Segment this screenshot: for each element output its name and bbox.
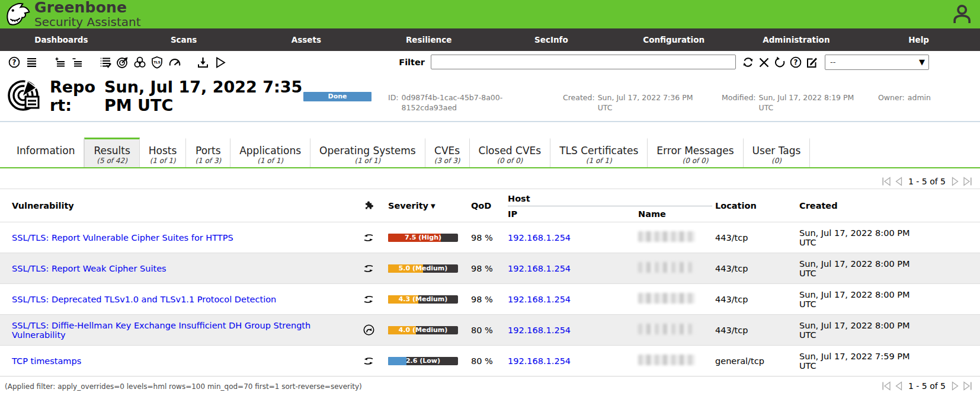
table-row: SSL/TLS: Diffie-Hellman Key Exchange Ins… — [0, 314, 980, 345]
next-page-icon[interactable] — [950, 381, 960, 391]
tab-applications[interactable]: Applications (1 of 1) — [230, 138, 310, 167]
host-name-redacted — [638, 262, 695, 273]
solution-type-puzzle-icon[interactable] — [363, 200, 388, 212]
brand-name: Greenbone — [34, 0, 141, 15]
nav-item-secinfo[interactable]: SecInfo — [490, 35, 613, 44]
update-filter-icon[interactable] — [741, 55, 755, 69]
column-header-created[interactable]: Created — [799, 201, 924, 210]
tab-hosts[interactable]: Hosts (1 of 1) — [140, 138, 187, 167]
solution-type-mitigate-icon — [363, 263, 374, 275]
report-modified-label: Modified: — [722, 93, 756, 113]
qod-value: 98 % — [471, 264, 508, 273]
table-row: SSL/TLS: Report Vulnerable Cipher Suites… — [0, 222, 980, 253]
user-menu-icon[interactable] — [949, 2, 973, 26]
report-icon — [7, 78, 44, 114]
host-ip-link[interactable]: 192.168.1.254 — [508, 326, 571, 335]
download-report-icon[interactable] — [196, 55, 210, 69]
chevron-down-icon: ▼ — [919, 58, 925, 66]
table-row: TCP timestamps 2.6 (Low) 80 % 192.168.1.… — [0, 345, 980, 376]
trigger-alert-icon[interactable] — [213, 55, 227, 69]
corresponding-results-icon[interactable] — [116, 55, 130, 69]
vulnerability-link[interactable]: SSL/TLS: Diffie-Hellman Key Exchange Ins… — [12, 321, 310, 340]
remove-from-assets-icon[interactable] — [70, 55, 84, 69]
host-ip-link[interactable]: 192.168.1.254 — [508, 233, 571, 242]
nav-item-help[interactable]: Help — [857, 35, 980, 44]
host-ip-link[interactable]: 192.168.1.254 — [508, 264, 571, 273]
vulnerability-link[interactable]: SSL/TLS: Report Vulnerable Cipher Suites… — [12, 233, 233, 242]
tab-closed-cves[interactable]: Closed CVEs (0 of 0) — [470, 138, 551, 167]
nav-item-assets[interactable]: Assets — [245, 35, 368, 44]
created-value: Sun, Jul 17, 2022 8:00 PM UTC — [799, 259, 924, 278]
created-value: Sun, Jul 17, 2022 7:59 PM UTC — [799, 352, 924, 371]
corresponding-tls-certificates-icon[interactable]: TLS — [150, 55, 164, 69]
filter-input[interactable] — [431, 55, 736, 69]
severity-bar: 5.0 (Medium) — [388, 264, 458, 273]
page-footer: (Applied filter: apply_overrides=0 level… — [0, 376, 980, 391]
corresponding-performance-icon[interactable] — [167, 55, 181, 69]
nav-item-scans[interactable]: Scans — [123, 35, 245, 44]
sort-desc-icon: ▼ — [431, 203, 435, 209]
reset-filter-icon[interactable] — [773, 55, 787, 69]
first-page-icon[interactable] — [881, 177, 892, 186]
next-page-icon[interactable] — [950, 177, 960, 186]
tab-ports[interactable]: Ports (1 of 3) — [186, 138, 230, 167]
pagination-bottom: 1 - 5 of 5 — [881, 380, 973, 391]
filter-help-icon[interactable]: ? — [789, 55, 803, 69]
tab-error-messages[interactable]: Error Messages (0 of 0) — [648, 138, 743, 167]
tab-operating-systems[interactable]: Operating Systems (1 of 1) — [310, 138, 425, 167]
nav-item-dashboards[interactable]: Dashboards — [0, 35, 123, 44]
corresponding-task-icon[interactable] — [98, 55, 113, 69]
tab-results[interactable]: Results (5 of 42) — [84, 138, 139, 167]
severity-bar: 4.0 (Medium) — [388, 326, 458, 334]
report-created-label: Created: — [563, 93, 595, 113]
column-header-name[interactable]: Name — [638, 209, 715, 219]
report-id-label: ID: — [388, 93, 399, 113]
add-to-assets-icon[interactable] — [53, 55, 67, 69]
tab-user-tags[interactable]: User Tags (0) — [744, 138, 811, 167]
greenbone-dragon-logo-icon — [5, 1, 31, 27]
tab-information[interactable]: Information — [7, 138, 84, 167]
severity-label: 4.0 (Medium) — [388, 326, 458, 334]
brand-subtitle: Security Assistant — [34, 16, 141, 28]
reports-list-icon[interactable] — [24, 55, 39, 69]
first-page-icon[interactable] — [881, 381, 892, 391]
location-value: 443/tcp — [715, 233, 799, 242]
corresponding-vulnerabilities-icon[interactable] — [133, 55, 147, 69]
previous-page-icon[interactable] — [893, 177, 904, 186]
column-header-ip[interactable]: IP — [508, 209, 638, 219]
tab-cves[interactable]: CVEs (3 of 3) — [425, 138, 470, 167]
last-page-icon[interactable] — [962, 177, 973, 186]
column-header-severity[interactable]: Severity▼ — [388, 201, 471, 210]
report-owner-label: Owner: — [878, 93, 905, 103]
nav-item-resilience[interactable]: Resilience — [367, 35, 490, 44]
vulnerability-link[interactable]: TCP timestamps — [12, 356, 81, 366]
delete-filter-icon[interactable] — [757, 55, 771, 69]
vulnerability-link[interactable]: SSL/TLS: Report Weak Cipher Suites — [12, 264, 166, 273]
severity-bar: 2.6 (Low) — [388, 357, 458, 365]
filter-preset-select[interactable]: -- ▼ — [825, 55, 929, 70]
solution-type-mitigate-icon — [363, 355, 374, 367]
last-page-icon[interactable] — [962, 381, 973, 391]
host-ip-link[interactable]: 192.168.1.254 — [508, 356, 571, 366]
severity-label: 2.6 (Low) — [388, 357, 458, 365]
nav-item-administration[interactable]: Administration — [735, 35, 858, 44]
report-modified-value: Sun, Jul 17, 2022 8:19 PM UTC — [759, 93, 864, 113]
solution-type-mitigate-icon — [363, 232, 374, 244]
tab-tls-certificates[interactable]: TLS Certificates (1 of 1) — [550, 138, 648, 167]
column-header-vulnerability[interactable]: Vulnerability — [12, 201, 363, 210]
previous-page-icon[interactable] — [893, 381, 904, 391]
pagination-label: 1 - 5 of 5 — [908, 177, 946, 186]
nav-item-configuration[interactable]: Configuration — [613, 35, 735, 44]
table-row: SSL/TLS: Report Weak Cipher Suites 5.0 (… — [0, 253, 980, 283]
column-header-qod[interactable]: QoD — [471, 201, 508, 210]
pagination-label: 1 - 5 of 5 — [908, 381, 946, 391]
main-navbar: Dashboards Scans Assets Resilience SecIn… — [0, 28, 980, 51]
column-header-location[interactable]: Location — [715, 201, 799, 210]
help-icon[interactable]: ? — [7, 55, 21, 69]
results-table-header: Vulnerability Severity▼ QoD Host IP Name… — [0, 189, 980, 222]
edit-filter-icon[interactable] — [805, 55, 819, 69]
vulnerability-link[interactable]: SSL/TLS: Deprecated TLSv1.0 and TLSv1.1 … — [12, 295, 276, 304]
report-tabstrip: Information Results (5 of 42) Hosts (1 o… — [0, 138, 980, 168]
location-value: 443/tcp — [715, 326, 799, 335]
host-ip-link[interactable]: 192.168.1.254 — [508, 295, 571, 304]
